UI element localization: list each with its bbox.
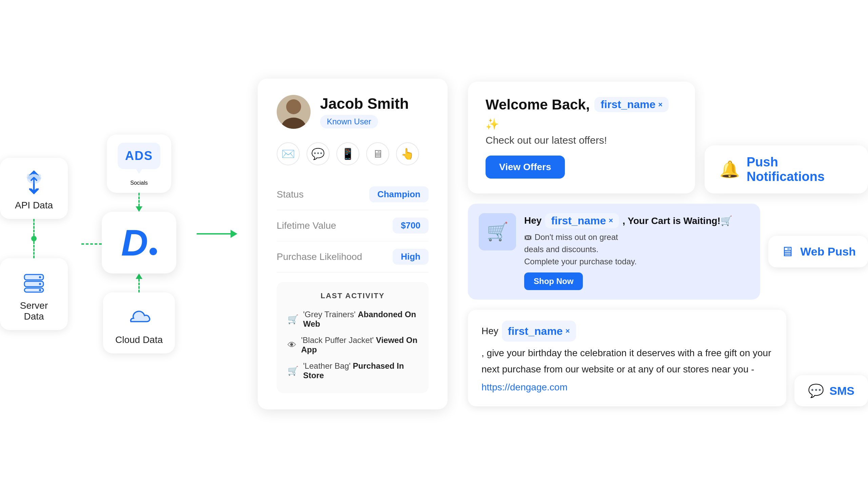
view-offers-button[interactable]: View Offers — [486, 156, 565, 179]
activity-item-1: 🛒 'Grey Trainers' Abandoned On Web — [288, 306, 418, 332]
server-data-card: Server Data — [0, 258, 68, 330]
activity-item-2: 👁 'Black Puffer Jacket' Viewed On App — [288, 332, 418, 358]
server-data-label: Server Data — [12, 300, 56, 322]
known-user-badge: Known User — [320, 115, 378, 128]
push-notifications-card: 🔔 Push Notifications — [705, 145, 868, 194]
sms-chip-close[interactable]: × — [566, 325, 570, 337]
ads-bubble: ADS — [118, 143, 160, 169]
dengage-dot — [150, 248, 157, 255]
dengage-logo-card: D — [102, 212, 176, 273]
activity-text-2: 'Black Puffer Jacket' Viewed On App — [301, 336, 418, 354]
last-activity-section: LAST ACTIVITY 🛒 'Grey Trainers' Abandone… — [277, 282, 429, 393]
monitor-icon: 🖥 — [781, 244, 794, 259]
server-data-icon — [20, 269, 47, 296]
push-subtitle: Check out our latest offers! — [486, 135, 677, 146]
sms-message-card: Hey first_name × , give your birthday th… — [468, 310, 786, 406]
cart-title-end: , Your Cart is Waiting!🛒 — [623, 215, 732, 226]
cloud-data-card: Cloud Data — [103, 292, 175, 353]
activity-icon-2: 👁 — [288, 340, 296, 350]
cart-hey-text: Hey — [524, 215, 541, 226]
sms-row: Hey first_name × , give your birthday th… — [468, 310, 868, 406]
sparkle-icon: ✨ — [486, 118, 499, 130]
ads-text: ADS — [125, 149, 153, 163]
lifetime-label: Lifetime Value — [277, 220, 336, 231]
dengage-to-profile-arrow — [197, 230, 237, 238]
cart-title: Hey first_name × , Your Cart is Waiting!… — [524, 213, 732, 228]
cart-image: 🛒 — [479, 213, 516, 250]
status-row: Status Champion — [277, 179, 429, 210]
whatsapp-channel-icon[interactable]: 📱 — [336, 142, 359, 165]
activity-text-3: 'Leather Bag' Purchased In Store — [303, 361, 418, 380]
cart-first-name-chip: first_name × — [545, 213, 619, 228]
web-push-card: 🖥 Web Push — [768, 236, 868, 267]
cart-notif-card: 🛒 Hey first_name × , Your Cart is Waitin… — [468, 204, 760, 300]
cloud-to-dengage-line — [136, 273, 142, 292]
right-panel: Welcome Back, first_name × ✨ Check out o… — [468, 82, 868, 406]
purchase-label: Purchase Likelihood — [277, 251, 362, 262]
sms-hey-line: Hey first_name × , give your birthday th… — [481, 321, 773, 378]
activity-text-1: 'Grey Trainers' Abandoned On Web — [303, 310, 418, 329]
web-push-label: Web Push — [800, 245, 856, 258]
activity-item-3: 🛒 'Leather Bag' Purchased In Store — [288, 358, 418, 384]
cloud-data-icon — [125, 303, 153, 330]
user-info: Jacob Smith Known User — [320, 95, 409, 128]
sms-label: SMS — [829, 384, 854, 398]
purchase-value: High — [393, 249, 429, 265]
user-header: Jacob Smith Known User — [277, 95, 429, 129]
lifetime-value: $700 — [393, 218, 429, 233]
socials-to-dengage-line — [136, 193, 142, 212]
sms-first-name-chip: first_name × — [502, 321, 576, 342]
canvas: API Data — [0, 0, 868, 488]
sms-channel-icon[interactable]: 💬 — [307, 142, 330, 165]
shop-now-button[interactable]: Shop Now — [524, 272, 583, 290]
cloud-data-label: Cloud Data — [115, 334, 163, 345]
purchase-row: Purchase Likelihood High — [277, 241, 429, 272]
user-name: Jacob Smith — [320, 95, 409, 112]
chip-close[interactable]: × — [658, 100, 663, 109]
speech-tail — [136, 168, 142, 174]
dengage-d: D — [121, 224, 148, 261]
welcome-title-text: Welcome Back, — [486, 97, 590, 113]
channel-icons: ✉️ 💬 📱 🖥 👆 — [277, 142, 429, 165]
email-channel-icon[interactable]: ✉️ — [277, 142, 300, 165]
status-label: Status — [277, 189, 303, 200]
last-activity-title: LAST ACTIVITY — [288, 291, 418, 300]
cart-notif-row: 🛒 Hey first_name × , Your Cart is Waitin… — [468, 204, 868, 300]
svg-point-6 — [39, 289, 41, 291]
socials-label: Socials — [130, 180, 148, 186]
api-data-icon — [20, 169, 47, 196]
sms-body: , give your birthday the celebration it … — [481, 345, 773, 377]
cart-chip-close[interactable]: × — [609, 216, 613, 225]
first-name-chip: first_name × — [594, 97, 669, 112]
lifetime-row: Lifetime Value $700 — [277, 210, 429, 241]
activity-icon-3: 🛒 — [288, 366, 298, 376]
user-avatar — [277, 95, 311, 129]
svg-point-11 — [286, 99, 301, 114]
center-column: ADS Socials D — [102, 135, 176, 353]
sms-label-card: 💬 SMS — [794, 375, 868, 406]
api-data-label: API Data — [15, 200, 53, 211]
left-sources-col: API Data — [0, 158, 68, 330]
socials-card: ADS Socials — [107, 135, 171, 193]
api-data-card: API Data — [0, 158, 68, 219]
welcome-title-row: Welcome Back, first_name × ✨ — [486, 97, 677, 130]
data-sources-wrapper: API Data — [0, 158, 81, 330]
svg-point-4 — [39, 276, 41, 278]
push-notifications-label: Push Notifications — [747, 155, 853, 184]
cart-content: Hey first_name × , Your Cart is Waiting!… — [524, 213, 732, 290]
push-channel-icon[interactable]: 🖥 — [366, 142, 389, 165]
svg-point-5 — [39, 283, 41, 285]
user-profile-card: Jacob Smith Known User ✉️ 💬 📱 🖥 👆 Status… — [258, 79, 448, 409]
api-to-junction-line — [31, 219, 37, 258]
sms-bubble-icon: 💬 — [808, 383, 824, 398]
welcome-back-card: Welcome Back, first_name × ✨ Check out o… — [468, 82, 695, 194]
cart-body-text: 🎟 Don't miss out on great deals and disc… — [524, 231, 732, 268]
sms-link[interactable]: https://dengage.com — [481, 382, 568, 392]
status-value: Champion — [369, 186, 429, 202]
main-layout: API Data — [0, 79, 868, 409]
more-channel-icon[interactable]: 👆 — [396, 142, 419, 165]
activity-icon-1: 🛒 — [288, 314, 298, 325]
sms-hey-text: Hey — [481, 323, 498, 339]
top-row: Welcome Back, first_name × ✨ Check out o… — [468, 82, 868, 194]
bell-icon: 🔔 — [719, 160, 740, 179]
